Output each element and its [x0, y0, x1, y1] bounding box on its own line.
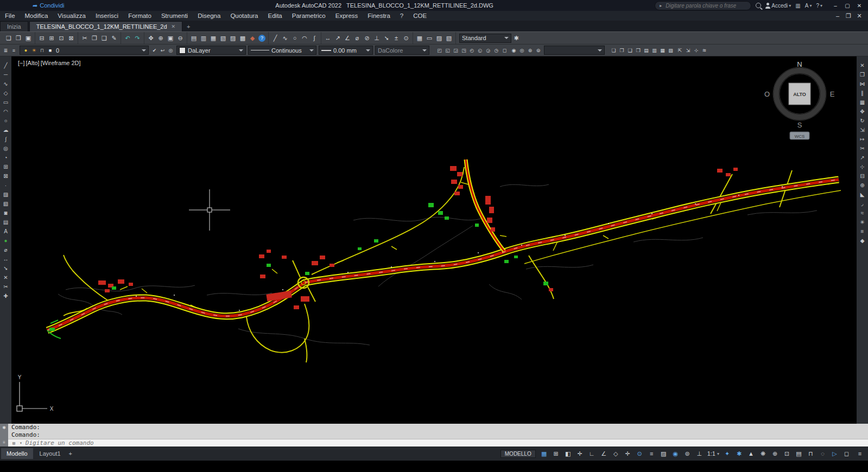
annotation-scale-button[interactable]: 1:1 ▾	[705, 450, 722, 457]
pan-icon[interactable]: ✥	[146, 33, 156, 43]
viewport-view-control[interactable]: [Alto]	[26, 60, 40, 66]
aligned-dimension-icon[interactable]: ↗	[333, 33, 343, 43]
dynamic-ucs-icon[interactable]: ⊥	[694, 449, 705, 458]
annotation-visibility-icon[interactable]: ✦	[722, 449, 732, 458]
menu-file[interactable]: File	[0, 11, 20, 21]
offset-icon[interactable]: ∥	[858, 88, 867, 97]
new-layout-button[interactable]: +	[66, 450, 75, 457]
mirror-icon[interactable]: ⋈	[858, 79, 867, 88]
menu-formato[interactable]: Formato	[123, 11, 156, 21]
continuous-orbit-icon[interactable]: ⊚	[535, 47, 542, 54]
style-combo[interactable]: Standard	[459, 34, 511, 43]
group-icon[interactable]: ⇱	[676, 47, 683, 54]
align-icon[interactable]: ≡	[858, 227, 867, 235]
render-icon[interactable]: ◆	[248, 33, 257, 43]
menu-strumenti[interactable]: Strumenti	[156, 11, 193, 21]
lineweight-combo[interactable]: 0.00 mm	[319, 46, 373, 55]
viewcube-north[interactable]: N	[797, 60, 802, 68]
viewport-visual-style-control[interactable]: [Wireframe 2D]	[41, 60, 81, 66]
view-cube[interactable]: ALTO N S E O	[764, 60, 835, 129]
draworder-front-icon[interactable]: ▥	[651, 47, 658, 54]
open-file-icon[interactable]: ❒	[14, 33, 23, 43]
view-back-icon[interactable]: ◵	[477, 47, 484, 54]
erase-icon[interactable]: ✕	[1, 273, 11, 282]
gradient-icon[interactable]: ▧	[444, 33, 454, 43]
menu-finestra[interactable]: Finestra	[363, 11, 395, 21]
radius-dimension-icon[interactable]: ⌀	[352, 33, 362, 43]
search-input[interactable]	[664, 2, 737, 9]
chamfer-icon[interactable]: ◣	[858, 190, 867, 199]
sheet-set-manager-icon[interactable]: ▧	[218, 33, 228, 43]
table-icon[interactable]: ▦	[415, 33, 425, 43]
markup-set-icon[interactable]: ▨	[228, 33, 238, 43]
save-icon[interactable]: ▣	[23, 33, 33, 43]
point-style-icon[interactable]: ●	[1, 236, 11, 245]
erase-icon[interactable]: ✕	[858, 61, 867, 69]
angular-dimension-icon[interactable]: ∠	[343, 33, 352, 43]
dimension-icon[interactable]: ↔	[1, 254, 11, 263]
ordinate-dimension-icon[interactable]: ⊥	[372, 33, 382, 43]
hatch-icon[interactable]: ▨	[434, 33, 444, 43]
model-space-canvas[interactable]: [−] [Alto] [Wireframe 2D]	[11, 56, 857, 424]
menu-express[interactable]: Express	[331, 11, 363, 21]
zoom-window-icon[interactable]: ▣	[166, 33, 175, 43]
menu-help[interactable]: ?	[395, 11, 408, 21]
polyline-icon[interactable]: ∿	[1, 79, 11, 88]
design-center-icon[interactable]: ▥	[199, 33, 208, 43]
diameter-dimension-icon[interactable]: ⊘	[362, 33, 372, 43]
quickcalc-icon[interactable]: ▩	[238, 33, 248, 43]
polyline-icon[interactable]: ∿	[280, 33, 290, 43]
stretch-icon[interactable]: ↦	[858, 135, 867, 143]
viewcube-west[interactable]: O	[764, 90, 770, 98]
menu-modifica[interactable]: Modifica	[20, 11, 53, 21]
autodesk-app-button[interactable]: A ▾	[805, 3, 812, 9]
search-icon[interactable]	[756, 3, 761, 8]
linetype-combo[interactable]: Continuous	[248, 46, 316, 55]
plot-icon[interactable]: ⊟	[37, 33, 47, 43]
command-history-icon[interactable]: ≡	[1, 439, 7, 445]
redo-icon[interactable]: ↷	[132, 33, 142, 43]
text-style-combo[interactable]	[544, 46, 605, 55]
named-views-icon[interactable]: ◉	[510, 47, 517, 54]
ellipse-arc-icon[interactable]: ◔	[1, 153, 11, 162]
snap-mode-icon[interactable]: ⊞	[551, 449, 561, 458]
view-left-icon[interactable]: ◲	[452, 47, 459, 54]
wcs-button[interactable]: WCS	[790, 132, 809, 139]
ungroup-icon[interactable]: ⇲	[685, 47, 692, 54]
tab-start[interactable]: Inizia	[0, 21, 28, 31]
close-button[interactable]: ✕	[854, 1, 865, 10]
view-front-icon[interactable]: ◴	[468, 47, 476, 54]
rotate-icon[interactable]: ↻	[858, 116, 867, 125]
layer-on-icon[interactable]: ●	[22, 47, 29, 54]
ortho-icon[interactable]: ∟	[587, 449, 597, 458]
graphics-performance-icon[interactable]: ▷	[829, 449, 840, 458]
dynamic-input-icon[interactable]: ✛	[575, 449, 585, 458]
center-mark-icon[interactable]: ⊙	[401, 33, 411, 43]
viewcube-east[interactable]: E	[830, 90, 835, 98]
list-icon[interactable]: ❑	[626, 47, 633, 54]
help-menu-button[interactable]: ? ▾	[816, 3, 822, 9]
workspace-switching-icon[interactable]: ❋	[758, 449, 768, 458]
osnap-tracking-icon[interactable]: ✛	[623, 449, 633, 458]
layer-thaw-icon[interactable]: ☀	[30, 47, 37, 54]
annotation-autoscale-icon[interactable]: ✱	[734, 449, 744, 458]
scale-icon[interactable]: ⇲	[858, 125, 867, 134]
break-at-point-icon[interactable]: ⊹	[858, 162, 867, 171]
area-icon[interactable]: ❐	[618, 47, 625, 54]
leader-icon[interactable]: ➘	[1, 264, 11, 272]
make-current-layer-icon[interactable]: ✔	[151, 47, 158, 54]
osnap-icon[interactable]: ⊙	[635, 449, 645, 458]
color-combo[interactable]: DaLayer	[176, 46, 246, 55]
menu-parametrico[interactable]: Parametrico	[287, 11, 331, 21]
layer-color-swatch[interactable]: ■	[47, 47, 54, 54]
layer-states-icon[interactable]: ≡	[10, 47, 17, 54]
lineweight-display-icon[interactable]: ≡	[647, 449, 657, 458]
doc-close-button[interactable]: ✕	[855, 11, 864, 21]
view-named-icon[interactable]: ◻	[501, 47, 508, 54]
signin-button[interactable]: Accedi ▾	[765, 3, 791, 9]
help-icon[interactable]: ?	[258, 35, 265, 42]
3d-osnap-icon[interactable]: ⊚	[682, 449, 693, 458]
paste-icon[interactable]: ❑	[99, 33, 109, 43]
id-point-icon[interactable]: ❒	[635, 47, 642, 54]
arc-icon[interactable]: ◠	[300, 33, 309, 43]
